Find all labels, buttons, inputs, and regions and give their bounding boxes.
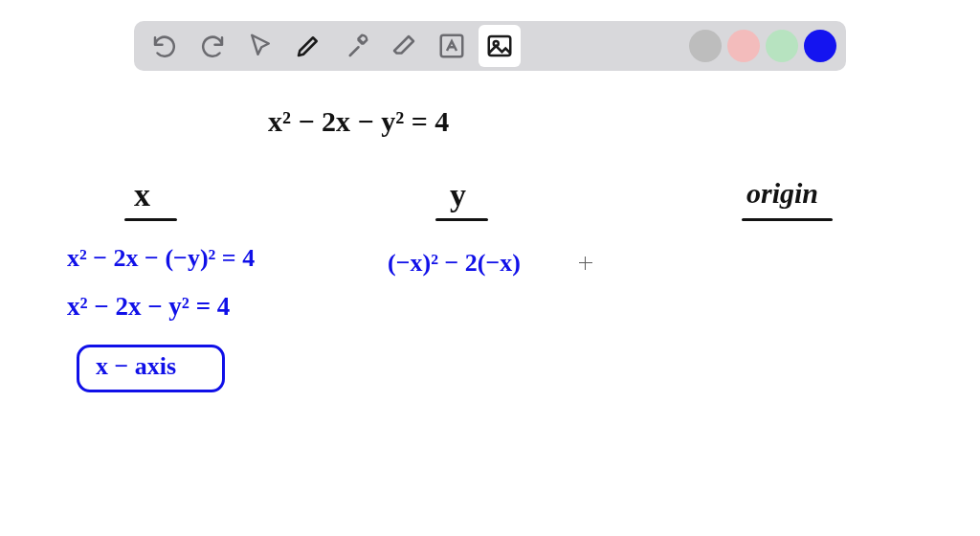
image-icon: [485, 32, 514, 60]
text-icon: [437, 32, 466, 60]
tools-button[interactable]: [335, 25, 377, 67]
header-origin: origin: [746, 177, 818, 210]
image-button[interactable]: [479, 25, 521, 67]
color-swatch-gray[interactable]: [689, 30, 722, 62]
pen-icon: [294, 32, 323, 60]
redo-icon: [198, 32, 227, 60]
underline-origin: [742, 218, 833, 221]
pen-button[interactable]: [287, 25, 329, 67]
pointer-button[interactable]: [239, 25, 281, 67]
redo-button[interactable]: [191, 25, 234, 67]
eraser-icon: [390, 32, 418, 60]
x-work-line1: x² − 2x − (−y)² = 4: [67, 244, 255, 273]
eraser-button[interactable]: [383, 25, 425, 67]
x-work-line2: x² − 2x − y² = 4: [67, 292, 230, 322]
color-swatch-green[interactable]: [766, 30, 798, 62]
header-x: x: [134, 177, 150, 213]
whiteboard-canvas[interactable]: x² − 2x − y² = 4 x y origin x² − 2x − (−…: [0, 0, 980, 536]
text-button[interactable]: [431, 25, 473, 67]
color-swatch-blue[interactable]: [804, 30, 836, 62]
pointer-icon: [246, 32, 275, 60]
svg-rect-1: [489, 36, 511, 56]
header-y: y: [450, 177, 466, 213]
wrench-icon: [342, 32, 370, 60]
equation-main: x² − 2x − y² = 4: [268, 105, 449, 138]
y-work-line1: (−x)² − 2(−x): [388, 249, 521, 278]
cursor-crosshair: [579, 257, 592, 270]
underline-y: [435, 218, 488, 221]
undo-button[interactable]: [144, 25, 186, 67]
x-axis-label: x − axis: [96, 352, 176, 381]
undo-icon: [150, 32, 179, 60]
underline-x: [124, 218, 177, 221]
toolbar: [134, 21, 846, 71]
color-swatch-pink[interactable]: [727, 30, 760, 62]
